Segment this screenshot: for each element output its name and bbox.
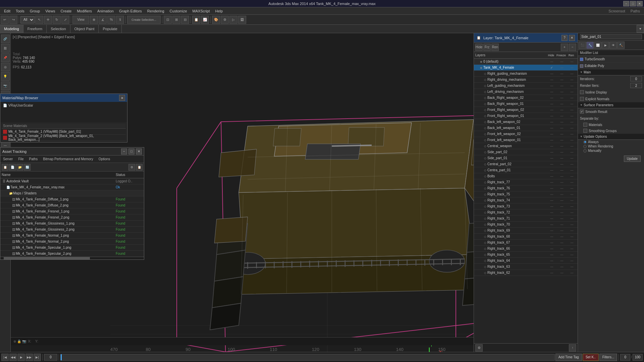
- tab-populate[interactable]: Populate: [99, 25, 121, 33]
- toolbar-spinner-snap[interactable]: ⥮: [116, 16, 124, 24]
- toolbar-ref-coord[interactable]: View: [72, 16, 89, 24]
- close-button[interactable]: ✕: [637, 1, 643, 6]
- tab-more[interactable]: ▼: [637, 25, 644, 33]
- asset-scrollbar-thumb[interactable]: [4, 257, 90, 259]
- manually-radio[interactable]: Manually: [578, 148, 644, 153]
- toolbar-angle-snap[interactable]: ∡: [99, 16, 107, 24]
- filters-button[interactable]: Filters...: [599, 354, 618, 361]
- layer-row[interactable]: ◇ Front_Right_weapon_01 ———: [474, 113, 578, 119]
- asset-tb-4[interactable]: 🔄: [24, 164, 31, 171]
- menu-customize[interactable]: Customize: [167, 8, 190, 14]
- tl-play[interactable]: ▶: [17, 354, 25, 361]
- layer-row[interactable]: ◇ Right_track_71 ———: [474, 216, 578, 222]
- layer-row[interactable]: ◇ Front_left_weapon_02 ———: [474, 131, 578, 137]
- props-tab-modifier[interactable]: 🔧: [586, 42, 594, 49]
- object-name-field[interactable]: [580, 34, 642, 39]
- layer-list[interactable]: ◈ 0 (default) — — — ◈ Tank_MK_4_Female ✓…: [474, 59, 578, 343]
- mat-tree-vrayuserscalar[interactable]: 📄 VRayUserScalar: [2, 103, 126, 108]
- asset-maxfile-row[interactable]: 📄 Tank_MK_4_Female_max_vray.max Ok: [0, 184, 144, 190]
- layer-row[interactable]: ◇ Right_track_74 ———: [474, 197, 578, 203]
- layer-row[interactable]: ◇ Right_track_64 ———: [474, 258, 578, 264]
- lt-link[interactable]: 🔗: [1, 35, 10, 43]
- asset-img-row[interactable]: 🖼 Mk_4_Tank_Female_Fresnel_2.png Found: [0, 215, 144, 221]
- tl-prev-frame[interactable]: |◀: [1, 354, 9, 361]
- menu-screenshot[interactable]: Screensot: [606, 8, 628, 14]
- asset-tb-opts1[interactable]: ⚙: [128, 164, 135, 171]
- layer-row[interactable]: ◇ Central_part_02 ———: [474, 161, 578, 167]
- toolbar-layer-mgr[interactable]: 📋: [192, 16, 200, 24]
- layer-row[interactable]: ◇ Right_track_75 ———: [474, 191, 578, 197]
- asset-min-btn[interactable]: −: [121, 148, 127, 155]
- toolbar-named-sel[interactable]: Create Selection...: [127, 16, 161, 24]
- asset-menu-options[interactable]: Options: [96, 157, 113, 162]
- tab-object-paint[interactable]: Object Paint: [70, 25, 99, 33]
- props-tab-display[interactable]: ⬛: [579, 42, 586, 49]
- layer-tb-hide[interactable]: Hide: [475, 44, 483, 51]
- asset-menu-bitmap[interactable]: Bitmap Performance and Memory: [40, 157, 96, 162]
- tl-prev-key[interactable]: ◀◀: [9, 354, 17, 361]
- layer-row[interactable]: ◇ Side_part_02 ———: [474, 149, 578, 155]
- mat-item-2[interactable]: Mk_4_Tank_Female_2 (VRayMtl) [Back_left_…: [2, 135, 126, 141]
- tab-modeling[interactable]: Modeling: [0, 25, 23, 33]
- toolbar-mirror[interactable]: ⊡: [164, 16, 172, 24]
- menu-create[interactable]: Create: [58, 8, 74, 14]
- asset-maps-folder-row[interactable]: 📁 Maps / Shaders: [0, 190, 144, 196]
- when-rendering-radio[interactable]: When Rendering: [578, 144, 644, 148]
- tl-next-key[interactable]: ▶▶: [25, 354, 33, 361]
- lt-geosphere[interactable]: ◎: [1, 63, 10, 71]
- layer-row[interactable]: ◇ Right_guiding_mechanism ———: [474, 71, 578, 77]
- layer-row[interactable]: ◇ Side_part_01 ———: [474, 155, 578, 161]
- menu-modifiers[interactable]: Modifiers: [74, 8, 95, 14]
- toolbar-curve-editor[interactable]: 📈: [201, 16, 209, 24]
- layer-row[interactable]: ◇ Back_left_weapon_01 ———: [474, 125, 578, 131]
- menu-group[interactable]: Group: [27, 8, 43, 14]
- asset-img-row[interactable]: 🖼 Mk_4_Tank_Female_Glossiness_2.png Foun…: [0, 227, 144, 233]
- menu-paths[interactable]: Paths: [628, 8, 643, 14]
- layer-row[interactable]: ◇ Centra_part_01 ———: [474, 167, 578, 173]
- toolbar-select[interactable]: ↖: [35, 16, 43, 24]
- layer-row[interactable]: ◇ Back_Right_weapon_02 ———: [474, 95, 578, 101]
- end-frame-input[interactable]: [633, 354, 643, 361]
- layer-tb-freeze[interactable]: Frz: [483, 44, 491, 51]
- layer-row[interactable]: ◇ Right_track_62 ———: [474, 270, 578, 276]
- tab-freeform[interactable]: Freeform: [23, 25, 47, 33]
- asset-tb-2[interactable]: 📄: [9, 164, 16, 171]
- lt-light[interactable]: 💡: [1, 72, 10, 81]
- menu-edit[interactable]: Edit: [1, 8, 13, 14]
- asset-img-row[interactable]: 🖼 Mk_4_Tank_Female_Specular_2.png Found: [0, 251, 144, 257]
- asset-img-row[interactable]: 🖼 Mk_4_Tank_Female_Fresnel_1.png Found: [0, 208, 144, 215]
- toolbar-scale[interactable]: ⤢: [61, 16, 69, 24]
- menu-tools[interactable]: Tools: [13, 8, 27, 14]
- modifier-epoly[interactable]: Editable Poly: [578, 63, 644, 69]
- asset-menu-file[interactable]: File: [15, 157, 26, 162]
- asset-img-row[interactable]: 🖼 Mk_4_Tank_Female_Glossiness_1.png Foun…: [0, 221, 144, 227]
- layer-tb-add[interactable]: +: [561, 44, 568, 51]
- toolbar-align[interactable]: ⊟: [181, 16, 189, 24]
- toolbar-redo[interactable]: ↪: [9, 16, 17, 24]
- main-section-header[interactable]: ▼ Main: [578, 69, 644, 75]
- layer-row[interactable]: ◇ Right_track_70 ———: [474, 222, 578, 228]
- current-frame-display[interactable]: [620, 354, 630, 361]
- asset-max-btn[interactable]: □: [128, 148, 135, 155]
- always-radio[interactable]: Always: [578, 140, 644, 144]
- layer-select-btn[interactable]: ↑: [569, 344, 576, 352]
- layer-row[interactable]: ◇ Right_track_69 ———: [474, 228, 578, 234]
- update-button[interactable]: Update: [624, 156, 641, 162]
- layer-row[interactable]: ◇ Left_guiding_mechanism ———: [474, 83, 578, 89]
- asset-list[interactable]: 🗄 Autodesk Vault Logged O.. 📄 Tank_MK_4_…: [0, 178, 144, 257]
- toolbar-move[interactable]: ✛: [44, 16, 52, 24]
- menu-help[interactable]: Help: [213, 8, 226, 14]
- layer-row[interactable]: ◇ Front_left_weapon_01 ———: [474, 137, 578, 143]
- toolbar-render[interactable]: ▷: [229, 16, 237, 24]
- layer-row[interactable]: ◇ Right_track_76 ———: [474, 185, 578, 191]
- tab-selection[interactable]: Selection: [47, 25, 70, 33]
- asset-scrollbar[interactable]: [0, 257, 144, 259]
- asset-menu-paths[interactable]: Paths: [26, 157, 41, 162]
- toolbar-rotate[interactable]: ↻: [53, 16, 61, 24]
- toolbar-mat-editor[interactable]: 🎨: [212, 16, 220, 24]
- toolbar-snap[interactable]: ⊕: [90, 16, 98, 24]
- selection-filter[interactable]: All: [20, 16, 35, 23]
- layer-row[interactable]: ◇ Right_track_66 ———: [474, 246, 578, 252]
- layer-row[interactable]: ◇ Right_track_68 ———: [474, 234, 578, 240]
- asset-tb-1[interactable]: 📋: [2, 164, 8, 171]
